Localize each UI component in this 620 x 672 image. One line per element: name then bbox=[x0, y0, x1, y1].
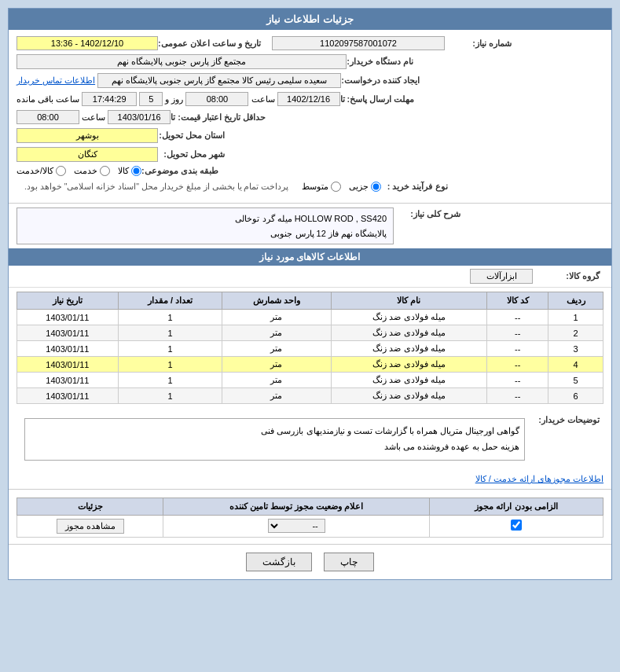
kala-section-title: اطلاعات کالاهای مورد نیاز bbox=[9, 248, 611, 266]
elzami-checkbox[interactable] bbox=[511, 520, 522, 531]
supply-dropdown-cell: -- تایید شده رد شده bbox=[163, 515, 430, 537]
cell-tedad: 1 bbox=[118, 341, 222, 357]
cell-tedad: 1 bbox=[118, 357, 222, 373]
cell-tarikh: 1403/01/11 bbox=[17, 325, 119, 341]
print-button[interactable]: چاپ bbox=[324, 553, 374, 571]
mande-label: ساعت باقی مانده bbox=[17, 94, 79, 105]
radio-motavaset: متوسط bbox=[302, 182, 341, 192]
date-value: 1402/12/10 - 13:36 bbox=[17, 36, 158, 50]
sharh-value: HOLLOW ROD , SS420 میله گرد توخالی پالای… bbox=[17, 207, 394, 244]
cell-tarikh: 1403/01/11 bbox=[17, 310, 119, 325]
supply-col-elamVaziat: اعلام وضعیت مجوز توسط تامین کننده bbox=[163, 498, 430, 515]
cell-tedad: 1 bbox=[118, 310, 222, 325]
cell-tedad: 1 bbox=[118, 388, 222, 404]
notes-box: گواهی اورجینال متریال همراه با گزارشات ت… bbox=[24, 418, 525, 461]
sharh-line1: HOLLOW ROD , SS420 میله گرد توخالی bbox=[24, 211, 387, 226]
notes-section: توضیحات خریدار: گواهی اورجینال متریال هم… bbox=[9, 408, 611, 471]
shomare-niaz-row: شماره نیاز: 1102097587001072 تاریخ و ساع… bbox=[17, 36, 603, 50]
radio-khadamat-input[interactable] bbox=[100, 166, 110, 176]
col-kod: کد کالا bbox=[487, 292, 548, 310]
farayand-radio-group: جزیی متوسط bbox=[302, 182, 381, 192]
radio-kala-input[interactable] bbox=[131, 166, 141, 176]
tabaghe-label: طبقه بندی موضوعی: bbox=[141, 166, 222, 176]
cell-name: میله فولادی ضد زنگ bbox=[331, 341, 487, 357]
etebar-time: 08:00 bbox=[17, 110, 79, 124]
shomare-niaz-value: 1102097587001072 bbox=[272, 36, 445, 50]
form-section: شماره نیاز: 1102097587001072 تاریخ و ساع… bbox=[9, 30, 611, 204]
cell-name: میله فولادی ضد زنگ bbox=[331, 388, 487, 404]
roz-label: روز و bbox=[165, 94, 183, 105]
ijad-konande-value: سعیده سلیمی رئیس کالا مجتمع گاز پارس جنو… bbox=[97, 73, 341, 88]
mohlat-time: 08:00 bbox=[185, 92, 248, 106]
shomare-niaz-label: شماره نیاز: bbox=[445, 39, 515, 49]
view-button[interactable]: مشاهده مجوز bbox=[57, 519, 124, 534]
back-button[interactable]: بازگشت bbox=[246, 553, 312, 571]
cell-tedad: 1 bbox=[118, 373, 222, 388]
radio-jozii-label: جزیی bbox=[349, 182, 369, 192]
cell-radif: 2 bbox=[548, 325, 603, 341]
noe-farayand-label: نوع فرآیند خرید : bbox=[381, 182, 452, 192]
supply-view-cell: مشاهده مجوز bbox=[17, 515, 163, 537]
group-value: ابزارآلات bbox=[470, 269, 533, 284]
mohlat-label: مهلت ارسال پاسخ: تا bbox=[340, 94, 419, 105]
cell-kod: -- bbox=[487, 341, 548, 357]
shahr-label: شهر محل تحویل: bbox=[158, 149, 229, 160]
cell-tarikh: 1403/01/11 bbox=[17, 388, 119, 404]
cell-vahed: متر bbox=[222, 373, 331, 388]
cell-radif: 6 bbox=[548, 388, 603, 404]
cell-kod: -- bbox=[487, 310, 548, 325]
radio-kala: کالا bbox=[118, 166, 141, 176]
ijad-konande-label: ایجاد کننده درخواست: bbox=[341, 75, 424, 86]
page-title: جزئیات اطلاعات نیاز bbox=[266, 13, 353, 25]
cell-kod: -- bbox=[487, 373, 548, 388]
saat-label-1: ساعت bbox=[251, 94, 275, 105]
notes-label: توضیحات خریدار: bbox=[533, 412, 603, 425]
supply-col-elzami: الزامی بودن ارائه مجوز bbox=[430, 498, 603, 515]
table-header-row: ردیف کد کالا نام کالا واحد شمارش تعداد /… bbox=[17, 292, 603, 310]
mohlat-mande: 17:44:29 bbox=[82, 92, 137, 106]
supply-table: الزامی بودن ارائه مجوز اعلام وضعیت مجوز … bbox=[17, 498, 603, 538]
table-row: 3 -- میله فولادی ضد زنگ متر 1 1403/01/11 bbox=[17, 341, 603, 357]
farayand-desc: پرداخت تمام یا بخشی از مبلغ خریدار محل "… bbox=[17, 180, 296, 193]
radio-jozii: جزیی bbox=[349, 182, 381, 192]
cell-vahed: متر bbox=[222, 357, 331, 373]
radio-motavaset-label: متوسط bbox=[302, 182, 328, 192]
noe-farayand-row: نوع فرآیند خرید : جزیی متوسط پرداخت تمام… bbox=[17, 180, 603, 193]
radio-jozii-input[interactable] bbox=[371, 182, 381, 192]
radio-motavaset-input[interactable] bbox=[331, 182, 341, 192]
cell-tarikh: 1403/01/11 bbox=[17, 373, 119, 388]
vaziat-dropdown[interactable]: -- تایید شده رد شده bbox=[268, 519, 325, 533]
etebar-label: حداقل تاریخ اعتبار قیمت: تا bbox=[171, 112, 270, 123]
bottom-link[interactable]: اطلاعات مجوزهای ارائه خدمت / کالا bbox=[9, 471, 611, 487]
cell-name: میله فولادی ضد زنگ bbox=[331, 310, 487, 325]
mohlat-roz: 5 bbox=[139, 92, 163, 106]
radio-kala-khadamat-input[interactable] bbox=[56, 166, 66, 176]
group-label: گروه کالا: bbox=[533, 271, 603, 281]
radio-kala-khadamat: کالا/خدمت bbox=[17, 166, 66, 176]
cell-radif: 3 bbox=[548, 341, 603, 357]
cell-vahed: متر bbox=[222, 388, 331, 404]
tabaghe-row: طبقه بندی موضوعی: کالا خدمت کالا/خدمت bbox=[17, 166, 603, 176]
sharh-line2: پالایشگاه نهم فاز 12 پارس جنوبی bbox=[24, 226, 387, 241]
radio-kala-khadamat-label: کالا/خدمت bbox=[17, 166, 53, 176]
tabaghe-radio-group: کالا خدمت کالا/خدمت bbox=[17, 166, 141, 176]
radio-kala-label: کالا bbox=[118, 166, 129, 176]
ostan-label: استان محل تحویل: bbox=[158, 130, 229, 141]
table-row: 5 -- میله فولادی ضد زنگ متر 1 1403/01/11 bbox=[17, 373, 603, 388]
etebar-date: 1403/01/16 bbox=[108, 110, 171, 124]
ettelaat-tamas-link[interactable]: اطلاعات تماس خریدار bbox=[17, 75, 95, 86]
bottom-link-text: اطلاعات مجوزهای ارائه خدمت / کالا bbox=[475, 474, 603, 483]
cell-name: میله فولادی ضد زنگ bbox=[331, 373, 487, 388]
col-vahed: واحد شمارش bbox=[222, 292, 331, 310]
saat-label-2: ساعت bbox=[82, 112, 105, 123]
cell-tarikh: 1403/01/11 bbox=[17, 357, 119, 373]
cell-name: میله فولادی ضد زنگ bbox=[331, 325, 487, 341]
cell-vahed: متر bbox=[222, 310, 331, 325]
radio-khadamat-label: خدمت bbox=[74, 166, 97, 176]
sharh-section: شرح کلی نیاز: HOLLOW ROD , SS420 میله گر… bbox=[9, 204, 611, 248]
ostan-row: استان محل تحویل: بوشهر bbox=[17, 128, 603, 143]
ostan-value: بوشهر bbox=[17, 128, 158, 143]
supply-col-joziyat: جزئیات bbox=[17, 498, 163, 515]
notes-line2: هزینه حمل به عهده فروشنده می باشد bbox=[30, 439, 519, 455]
ijad-konande-row: ایجاد کننده درخواست: سعیده سلیمی رئیس کا… bbox=[17, 73, 603, 88]
